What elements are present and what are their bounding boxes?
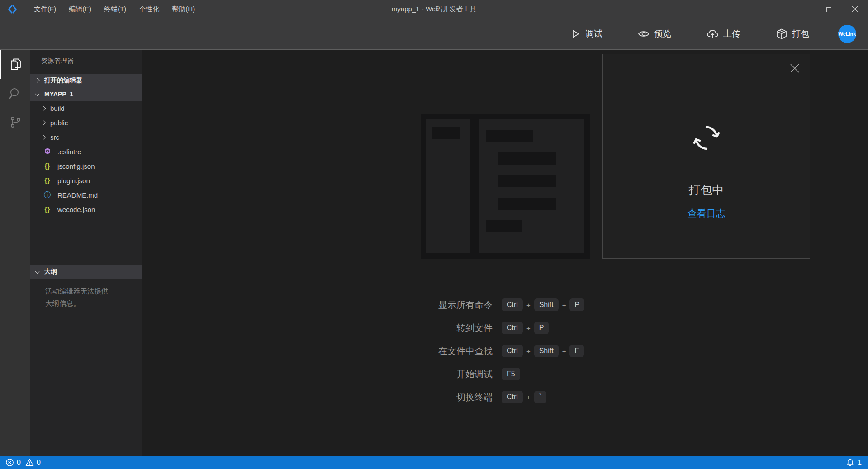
- file-label: README.md: [57, 191, 98, 199]
- keycap: `: [534, 391, 546, 403]
- json-icon: {}: [43, 206, 52, 213]
- plus-separator: +: [526, 393, 531, 401]
- keycap: F5: [502, 368, 520, 380]
- plus-separator: +: [526, 324, 531, 332]
- git-branch-icon: [9, 116, 22, 128]
- upload-cloud-icon: [707, 28, 719, 40]
- menu-terminal[interactable]: 终端(T): [98, 0, 133, 18]
- open-editors-section[interactable]: 打开的编辑器: [30, 74, 142, 87]
- watermark-editor-pane: [479, 119, 584, 253]
- activity-source-control-button[interactable]: [0, 108, 30, 137]
- chevron-right-icon: [35, 78, 40, 83]
- eslint-icon: [43, 147, 52, 156]
- notification-close-button[interactable]: [788, 62, 802, 75]
- folder-label: public: [50, 119, 68, 127]
- action-toolbar: 调试 预览 上传 打包 WeLink: [0, 18, 868, 50]
- folder-label: build: [50, 104, 65, 112]
- plus-separator: +: [562, 347, 566, 355]
- bell-count: 1: [858, 459, 862, 467]
- keycap: Ctrl: [502, 322, 523, 334]
- package-label: 打包: [792, 28, 809, 40]
- tree-item-src[interactable]: src: [30, 130, 142, 144]
- warning-count: 0: [37, 459, 41, 467]
- keycap: Shift: [534, 298, 559, 311]
- menu-bar: 文件(F) 编辑(E) 终端(T) 个性化 帮助(H): [28, 0, 201, 18]
- json-icon: {}: [43, 162, 52, 170]
- tree-item-plugin[interactable]: {} plugin.json: [30, 173, 142, 188]
- activity-explorer-button[interactable]: [0, 50, 30, 79]
- tree-item-jsconfig[interactable]: {} jsconfig.json: [30, 159, 142, 173]
- tree-item-eslintrc[interactable]: .eslintrc: [30, 144, 142, 159]
- menu-help[interactable]: 帮助(H): [166, 0, 201, 18]
- debug-play-icon: [570, 28, 581, 39]
- upload-button[interactable]: 上传: [707, 28, 740, 40]
- menu-personalize[interactable]: 个性化: [133, 0, 166, 18]
- tree-item-public[interactable]: public: [30, 115, 142, 130]
- menu-edit[interactable]: 编辑(E): [62, 0, 98, 18]
- shortcut-go-to-file: 转到文件 Ctrl + P: [375, 321, 584, 335]
- tree-item-wecode[interactable]: {} wecode.json: [30, 202, 142, 217]
- file-label: plugin.json: [57, 177, 90, 185]
- outline-empty-message: 活动编辑器无法提供 大纲信息。: [45, 285, 131, 309]
- debug-label: 调试: [585, 28, 602, 40]
- shortcut-label: 在文件中查找: [375, 345, 493, 357]
- open-editors-label: 打开的编辑器: [44, 76, 82, 85]
- project-root-label: MYAPP_1: [44, 90, 73, 98]
- outline-section[interactable]: 大纲: [30, 265, 142, 279]
- chevron-right-icon: [42, 120, 46, 125]
- restore-icon: [826, 7, 831, 12]
- shortcut-show-all-commands: 显示所有命令 Ctrl + Shift + P: [375, 298, 584, 312]
- tree-item-build[interactable]: build: [30, 101, 142, 115]
- shortcut-label: 转到文件: [375, 322, 493, 334]
- shortcut-label: 显示所有命令: [375, 299, 493, 311]
- search-icon: [9, 87, 22, 100]
- title-bar: 文件(F) 编辑(E) 终端(T) 个性化 帮助(H) myapp_1 - We…: [0, 0, 868, 18]
- keycap: P: [534, 322, 549, 334]
- error-count: 0: [17, 459, 21, 467]
- chevron-down-icon: [35, 92, 40, 96]
- file-label: wecode.json: [57, 206, 95, 213]
- folder-label: src: [50, 133, 59, 141]
- chevron-right-icon: [42, 135, 46, 139]
- plus-separator: +: [526, 301, 531, 309]
- shortcut-find-in-files: 在文件中查找 Ctrl + Shift + F: [375, 344, 584, 358]
- problems-indicator[interactable]: 0 0: [5, 458, 41, 467]
- sidebar-title: 资源管理器: [30, 50, 142, 72]
- packaging-notification-panel: 打包中 查看日志: [602, 54, 810, 259]
- file-label: jsconfig.json: [57, 162, 95, 170]
- restore-button[interactable]: [816, 0, 842, 18]
- keycap: P: [569, 298, 584, 311]
- close-window-button[interactable]: [842, 0, 868, 18]
- minimize-button[interactable]: [789, 0, 816, 18]
- activity-bar: [0, 50, 30, 456]
- tree-item-readme[interactable]: ⓘ README.md: [30, 188, 142, 202]
- status-bar: 0 0 1: [0, 456, 868, 469]
- close-icon: [852, 6, 858, 12]
- editor-watermark: [421, 114, 590, 259]
- keycap: Shift: [534, 345, 559, 357]
- shortcut-label: 开始调试: [375, 368, 493, 380]
- project-root-section[interactable]: MYAPP_1: [30, 87, 142, 101]
- wecode-devtools-window: 文件(F) 编辑(E) 终端(T) 个性化 帮助(H) myapp_1 - We…: [0, 0, 868, 469]
- keycap: Ctrl: [502, 298, 523, 311]
- package-button[interactable]: 打包: [776, 28, 809, 40]
- loading-spinner-icon: [692, 123, 721, 155]
- debug-button[interactable]: 调试: [570, 28, 602, 40]
- bell-icon: [846, 458, 854, 467]
- plus-separator: +: [562, 301, 566, 309]
- welink-avatar[interactable]: WeLink: [838, 25, 856, 43]
- view-logs-link[interactable]: 查看日志: [603, 207, 810, 220]
- notifications-indicator[interactable]: 1: [846, 458, 862, 467]
- preview-eye-icon: [638, 28, 650, 40]
- minimize-icon: [800, 9, 806, 9]
- watermark-sidebar-pane: [426, 119, 470, 253]
- activity-search-button[interactable]: [0, 79, 30, 108]
- preview-button[interactable]: 预览: [638, 28, 671, 40]
- menu-file[interactable]: 文件(F): [28, 0, 62, 18]
- json-icon: {}: [43, 177, 52, 184]
- shortcut-start-debugging: 开始调试 F5: [375, 367, 584, 381]
- packaging-status-text: 打包中: [603, 182, 810, 198]
- avatar-label: WeLink: [839, 31, 856, 37]
- close-icon: [789, 62, 801, 74]
- warning-icon: [25, 458, 34, 467]
